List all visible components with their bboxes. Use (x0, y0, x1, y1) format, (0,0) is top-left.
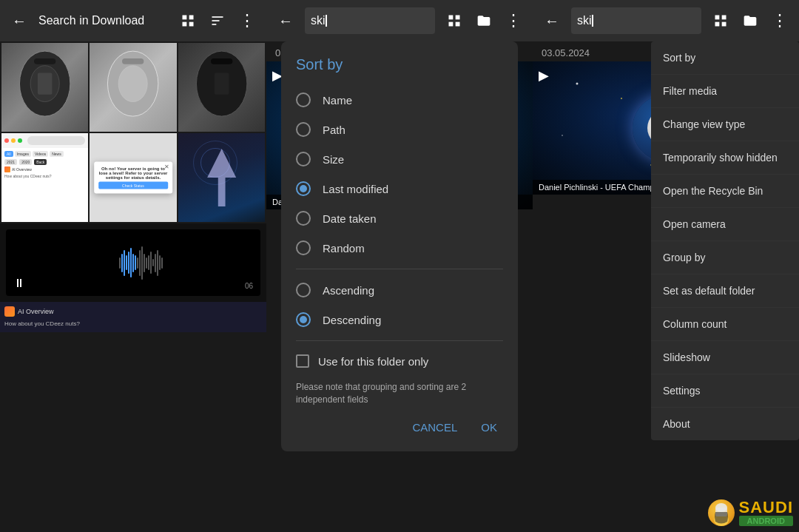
panel-left: ← Search in Download ⋮ (0, 0, 266, 532)
menu-item-slideshow[interactable]: Slideshow (651, 341, 799, 374)
menu-item-open-recycle-bin[interactable]: Open the Recycle Bin (651, 175, 799, 208)
left-player-area: ⏸ (0, 223, 266, 302)
middle-folder-icon[interactable] (471, 7, 497, 34)
image-cell-abstract[interactable] (178, 133, 265, 222)
sort-ok-button[interactable]: OK (475, 418, 503, 437)
sort-option-name[interactable]: Name (296, 85, 503, 115)
sort-option-descending[interactable]: Descending (296, 305, 503, 334)
right-top-bar: ← ski ⋮ (533, 0, 799, 41)
left-search-label: Search in Download (38, 14, 169, 27)
middle-back-button[interactable]: ← (272, 7, 299, 34)
svg-rect-18 (449, 16, 454, 20)
sort-option-last-modified[interactable]: Last modified (296, 174, 503, 203)
left-view-icon[interactable] (175, 7, 201, 34)
sort-radio-random[interactable] (296, 240, 311, 255)
left-more-icon[interactable]: ⋮ (234, 7, 260, 34)
image-cell-server[interactable]: ✕ Oh no! Your server is going to lose a … (90, 133, 176, 222)
menu-item-settings[interactable]: Settings (651, 374, 799, 408)
left-back-button[interactable]: ← (6, 7, 33, 34)
svg-rect-21 (456, 22, 460, 27)
image-cell-browser[interactable]: All Images Videos News 2021 2020 Back (1, 133, 88, 222)
sort-label-size: Size (323, 153, 344, 166)
sort-radio-path[interactable] (296, 122, 311, 137)
watermark-brand-text: SAUDI (739, 499, 793, 516)
left-image-grid: All Images Videos News 2021 2020 Back (0, 41, 266, 223)
right-more-icon[interactable]: ⋮ (766, 7, 793, 34)
sort-checkbox-row[interactable]: Use for this folder only (296, 347, 503, 375)
menu-item-open-camera[interactable]: Open camera (651, 208, 799, 241)
watermark-text: SAUDI ANDROID (739, 499, 793, 526)
sort-cancel-button[interactable]: Cancel (406, 418, 463, 437)
sort-note: Please note that grouping and sorting ar… (296, 381, 503, 406)
svg-rect-30 (715, 16, 720, 20)
right-toolbar-icons: ⋮ (707, 7, 793, 34)
watermark-sub-text: ANDROID (739, 516, 793, 526)
svg-rect-32 (715, 22, 720, 27)
middle-more-icon[interactable]: ⋮ (500, 7, 527, 34)
svg-rect-19 (456, 16, 460, 20)
sort-checkbox-label: Use for this folder only (318, 355, 428, 368)
svg-rect-31 (722, 16, 726, 20)
svg-rect-12 (122, 58, 144, 64)
right-search-value: ski (577, 14, 592, 27)
sort-label-ascending: Ascending (323, 284, 374, 297)
sort-label-date-taken: Date taken (323, 212, 377, 225)
svg-rect-1 (189, 16, 194, 20)
right-folder-icon[interactable] (737, 7, 763, 34)
watermark-avatar (708, 499, 735, 526)
sort-radio-name[interactable] (296, 92, 311, 107)
svg-rect-0 (183, 16, 187, 20)
sort-dialog-title: Sort by (296, 56, 503, 73)
svg-rect-20 (449, 22, 454, 27)
left-sort-icon[interactable] (204, 7, 231, 34)
sort-radio-ascending[interactable] (296, 283, 311, 297)
watermark: SAUDI ANDROID (708, 499, 793, 526)
menu-item-filter-media[interactable]: Filter media (651, 75, 799, 108)
menu-item-change-view-type[interactable]: Change view type (651, 108, 799, 141)
sort-dialog-buttons: Cancel OK (296, 418, 503, 437)
sort-radio-size[interactable] (296, 152, 311, 166)
sort-divider-1 (296, 269, 503, 269)
middle-toolbar-icons: ⋮ (441, 7, 527, 34)
menu-item-set-default-folder[interactable]: Set as default folder (651, 275, 799, 308)
svg-rect-10 (38, 73, 53, 94)
sort-checkbox[interactable] (296, 354, 309, 368)
svg-point-35 (621, 98, 622, 99)
left-chat-section: AI Overview How about you CDeez nuts? (0, 302, 266, 332)
middle-view-icon[interactable] (441, 7, 468, 34)
panel-middle: ← ski ⋮ 03.05.2024 (266, 0, 533, 532)
menu-item-sort-by[interactable]: Sort by (651, 41, 799, 75)
sort-option-size[interactable]: Size (296, 144, 503, 174)
sort-option-random[interactable]: Random (296, 233, 503, 263)
left-toolbar-icons: ⋮ (175, 7, 260, 34)
sort-radio-date-taken[interactable] (296, 211, 311, 226)
svg-rect-15 (211, 58, 232, 64)
pause-icon[interactable]: ⏸ (13, 277, 25, 290)
svg-point-40 (562, 135, 563, 136)
right-video-play-icon[interactable]: ▶ (539, 67, 549, 84)
svg-rect-8 (34, 58, 55, 64)
middle-top-bar: ← ski ⋮ (266, 0, 533, 41)
svg-rect-2 (183, 22, 187, 27)
duration-text: 06 (245, 282, 253, 290)
right-view-icon[interactable] (707, 7, 734, 34)
right-back-button[interactable]: ← (539, 7, 565, 34)
menu-item-about[interactable]: About (651, 408, 799, 440)
sort-divider-2 (296, 340, 503, 341)
svg-point-13 (118, 66, 147, 102)
image-cell-2[interactable] (90, 43, 176, 132)
sort-option-ascending[interactable]: Ascending (296, 275, 503, 305)
svg-point-34 (576, 83, 579, 85)
menu-item-group-by[interactable]: Group by (651, 241, 799, 275)
image-cell-3[interactable] (178, 43, 265, 132)
sort-radio-last-modified[interactable] (296, 181, 311, 196)
image-cell-1[interactable] (1, 43, 88, 132)
sort-option-date-taken[interactable]: Date taken (296, 203, 503, 233)
middle-search-value: ski (311, 14, 326, 27)
sort-radio-descending[interactable] (296, 312, 311, 327)
sort-option-path[interactable]: Path (296, 115, 503, 144)
menu-item-column-count[interactable]: Column count (651, 308, 799, 341)
context-menu: Sort by Filter media Change view type Te… (651, 41, 799, 440)
menu-item-temporarily-show-hidden[interactable]: Temporarily show hidden (651, 141, 799, 175)
left-top-bar: ← Search in Download ⋮ (0, 0, 266, 41)
